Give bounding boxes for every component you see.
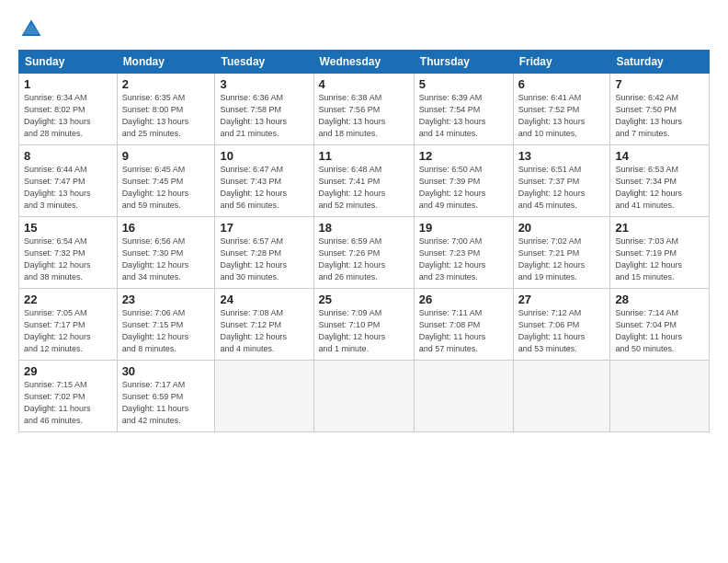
day-info: Sunrise: 6:54 AM Sunset: 7:32 PM Dayligh…	[24, 236, 112, 283]
day-number: 3	[220, 77, 308, 91]
calendar-cell: 12Sunrise: 6:50 AM Sunset: 7:39 PM Dayli…	[414, 145, 513, 217]
day-number: 21	[615, 221, 704, 235]
calendar-cell: 26Sunrise: 7:11 AM Sunset: 7:08 PM Dayli…	[414, 289, 513, 361]
page: SundayMondayTuesdayWednesdayThursdayFrid…	[0, 0, 728, 563]
day-info: Sunrise: 7:06 AM Sunset: 7:15 PM Dayligh…	[122, 307, 210, 355]
calendar-cell: 2Sunrise: 6:35 AM Sunset: 8:00 PM Daylig…	[117, 74, 215, 145]
calendar-cell	[414, 361, 513, 432]
day-number: 15	[24, 221, 112, 235]
day-number: 11	[319, 149, 409, 163]
day-number: 19	[419, 221, 508, 235]
day-info: Sunrise: 7:17 AM Sunset: 6:59 PM Dayligh…	[122, 379, 210, 427]
day-info: Sunrise: 6:48 AM Sunset: 7:41 PM Dayligh…	[319, 164, 409, 212]
weekday-header-friday: Friday	[513, 51, 610, 74]
day-info: Sunrise: 6:56 AM Sunset: 7:30 PM Dayligh…	[122, 236, 210, 283]
day-number: 10	[220, 149, 308, 163]
day-number: 16	[122, 221, 210, 235]
day-number: 22	[24, 293, 112, 306]
day-number: 18	[319, 221, 409, 235]
weekday-header-tuesday: Tuesday	[215, 51, 313, 74]
calendar-cell: 15Sunrise: 6:54 AM Sunset: 7:32 PM Dayli…	[19, 217, 118, 289]
calendar-row-1: 1Sunrise: 6:34 AM Sunset: 8:02 PM Daylig…	[19, 74, 710, 145]
calendar-cell	[215, 361, 313, 432]
day-number: 7	[615, 77, 704, 91]
day-number: 13	[518, 149, 606, 163]
day-info: Sunrise: 7:15 AM Sunset: 7:02 PM Dayligh…	[24, 379, 112, 427]
calendar-cell: 16Sunrise: 6:56 AM Sunset: 7:30 PM Dayli…	[117, 217, 215, 289]
logo	[18, 17, 46, 42]
day-number: 12	[419, 149, 508, 163]
calendar-cell: 1Sunrise: 6:34 AM Sunset: 8:02 PM Daylig…	[19, 74, 118, 145]
calendar-cell: 19Sunrise: 7:00 AM Sunset: 7:23 PM Dayli…	[414, 217, 513, 289]
day-info: Sunrise: 7:03 AM Sunset: 7:19 PM Dayligh…	[615, 236, 704, 283]
calendar-cell: 22Sunrise: 7:05 AM Sunset: 7:17 PM Dayli…	[19, 289, 118, 361]
day-number: 9	[122, 149, 210, 163]
day-info: Sunrise: 6:51 AM Sunset: 7:37 PM Dayligh…	[518, 164, 606, 212]
day-number: 24	[220, 293, 308, 306]
calendar-cell: 3Sunrise: 6:36 AM Sunset: 7:58 PM Daylig…	[215, 74, 313, 145]
day-info: Sunrise: 7:08 AM Sunset: 7:12 PM Dayligh…	[220, 307, 308, 355]
weekday-header-wednesday: Wednesday	[313, 51, 414, 74]
day-info: Sunrise: 7:02 AM Sunset: 7:21 PM Dayligh…	[518, 236, 606, 283]
day-number: 2	[122, 77, 210, 91]
day-number: 28	[615, 293, 704, 306]
day-info: Sunrise: 6:34 AM Sunset: 8:02 PM Dayligh…	[24, 92, 112, 140]
weekday-header-monday: Monday	[117, 51, 215, 74]
day-info: Sunrise: 7:09 AM Sunset: 7:10 PM Dayligh…	[319, 307, 409, 355]
calendar-cell: 14Sunrise: 6:53 AM Sunset: 7:34 PM Dayli…	[610, 145, 710, 217]
weekday-header-row: SundayMondayTuesdayWednesdayThursdayFrid…	[19, 51, 710, 74]
day-info: Sunrise: 6:45 AM Sunset: 7:45 PM Dayligh…	[122, 164, 210, 212]
day-info: Sunrise: 6:36 AM Sunset: 7:58 PM Dayligh…	[220, 92, 308, 140]
day-number: 1	[24, 77, 112, 91]
calendar-row-4: 22Sunrise: 7:05 AM Sunset: 7:17 PM Dayli…	[19, 289, 710, 361]
calendar-cell: 25Sunrise: 7:09 AM Sunset: 7:10 PM Dayli…	[313, 289, 414, 361]
day-number: 25	[319, 293, 409, 306]
day-info: Sunrise: 6:50 AM Sunset: 7:39 PM Dayligh…	[419, 164, 508, 212]
day-info: Sunrise: 7:00 AM Sunset: 7:23 PM Dayligh…	[419, 236, 508, 283]
day-info: Sunrise: 7:14 AM Sunset: 7:04 PM Dayligh…	[615, 307, 704, 355]
day-info: Sunrise: 6:47 AM Sunset: 7:43 PM Dayligh…	[220, 164, 308, 212]
calendar-cell: 20Sunrise: 7:02 AM Sunset: 7:21 PM Dayli…	[513, 217, 610, 289]
day-info: Sunrise: 6:39 AM Sunset: 7:54 PM Dayligh…	[419, 92, 508, 140]
calendar-cell: 8Sunrise: 6:44 AM Sunset: 7:47 PM Daylig…	[19, 145, 118, 217]
calendar-cell: 5Sunrise: 6:39 AM Sunset: 7:54 PM Daylig…	[414, 74, 513, 145]
calendar-cell: 11Sunrise: 6:48 AM Sunset: 7:41 PM Dayli…	[313, 145, 414, 217]
calendar-cell: 6Sunrise: 6:41 AM Sunset: 7:52 PM Daylig…	[513, 74, 610, 145]
calendar-cell: 30Sunrise: 7:17 AM Sunset: 6:59 PM Dayli…	[117, 361, 215, 432]
day-number: 8	[24, 149, 112, 163]
calendar-cell: 4Sunrise: 6:38 AM Sunset: 7:56 PM Daylig…	[313, 74, 414, 145]
day-info: Sunrise: 6:57 AM Sunset: 7:28 PM Dayligh…	[220, 236, 308, 283]
day-info: Sunrise: 6:53 AM Sunset: 7:34 PM Dayligh…	[615, 164, 704, 212]
calendar-cell	[313, 361, 414, 432]
day-info: Sunrise: 7:05 AM Sunset: 7:17 PM Dayligh…	[24, 307, 112, 355]
day-number: 6	[518, 77, 606, 91]
calendar-cell: 28Sunrise: 7:14 AM Sunset: 7:04 PM Dayli…	[610, 289, 710, 361]
weekday-header-saturday: Saturday	[610, 51, 710, 74]
calendar-row-3: 15Sunrise: 6:54 AM Sunset: 7:32 PM Dayli…	[19, 217, 710, 289]
calendar-row-2: 8Sunrise: 6:44 AM Sunset: 7:47 PM Daylig…	[19, 145, 710, 217]
day-info: Sunrise: 6:42 AM Sunset: 7:50 PM Dayligh…	[615, 92, 704, 140]
day-number: 29	[24, 364, 112, 378]
day-number: 27	[518, 293, 606, 306]
day-number: 5	[419, 77, 508, 91]
header	[18, 17, 710, 42]
calendar-table: SundayMondayTuesdayWednesdayThursdayFrid…	[18, 50, 710, 432]
calendar-cell	[513, 361, 610, 432]
day-number: 20	[518, 221, 606, 235]
day-info: Sunrise: 6:35 AM Sunset: 8:00 PM Dayligh…	[122, 92, 210, 140]
day-number: 4	[319, 77, 409, 91]
calendar-cell: 13Sunrise: 6:51 AM Sunset: 7:37 PM Dayli…	[513, 145, 610, 217]
calendar-cell: 21Sunrise: 7:03 AM Sunset: 7:19 PM Dayli…	[610, 217, 710, 289]
logo-icon	[18, 17, 44, 42]
calendar-cell: 27Sunrise: 7:12 AM Sunset: 7:06 PM Dayli…	[513, 289, 610, 361]
calendar-cell: 24Sunrise: 7:08 AM Sunset: 7:12 PM Dayli…	[215, 289, 313, 361]
calendar-cell: 29Sunrise: 7:15 AM Sunset: 7:02 PM Dayli…	[19, 361, 118, 432]
svg-marker-1	[23, 23, 40, 34]
calendar-cell: 9Sunrise: 6:45 AM Sunset: 7:45 PM Daylig…	[117, 145, 215, 217]
day-info: Sunrise: 6:41 AM Sunset: 7:52 PM Dayligh…	[518, 92, 606, 140]
calendar-cell: 18Sunrise: 6:59 AM Sunset: 7:26 PM Dayli…	[313, 217, 414, 289]
calendar-cell: 17Sunrise: 6:57 AM Sunset: 7:28 PM Dayli…	[215, 217, 313, 289]
day-number: 17	[220, 221, 308, 235]
day-info: Sunrise: 6:44 AM Sunset: 7:47 PM Dayligh…	[24, 164, 112, 212]
calendar-cell: 7Sunrise: 6:42 AM Sunset: 7:50 PM Daylig…	[610, 74, 710, 145]
